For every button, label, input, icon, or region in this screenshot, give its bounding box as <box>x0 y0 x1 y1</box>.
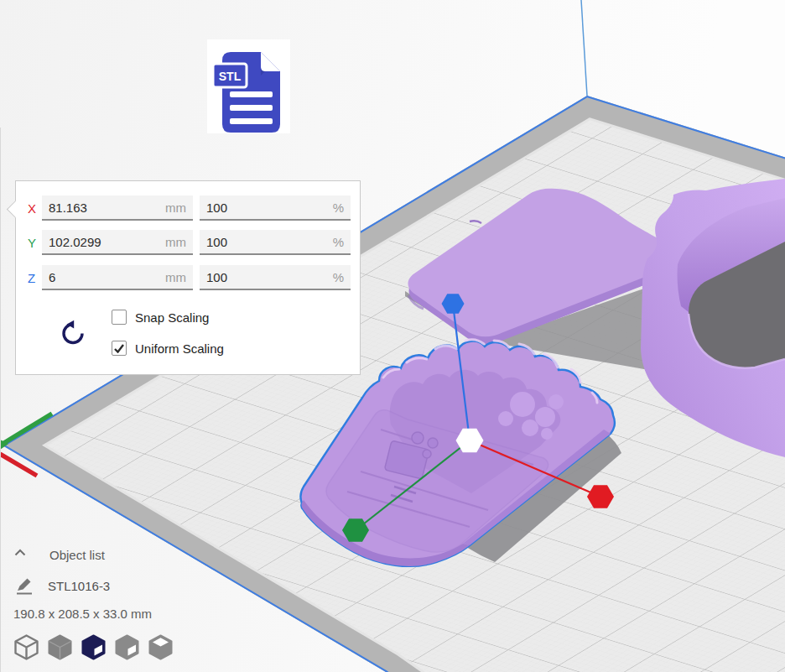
scale-z-percent-input[interactable]: 100 % <box>200 265 351 290</box>
scale-z-percent-value: 100 <box>206 270 227 284</box>
view-solid-cube-icon[interactable] <box>47 633 73 661</box>
object-list-collapse-icon[interactable] <box>13 547 27 559</box>
scale-z-mm-input[interactable]: 6 mm <box>42 265 193 290</box>
reset-scale-button[interactable] <box>60 320 86 346</box>
view-face-right-cube-icon[interactable] <box>114 633 140 661</box>
scale-y-percent-unit: % <box>333 235 344 249</box>
file-thumbnail: STL <box>207 39 290 133</box>
scale-y-mm-input[interactable]: 102.0299 mm <box>42 230 193 255</box>
edit-pencil-icon[interactable] <box>15 577 35 596</box>
axis-label-z: Z <box>28 271 41 285</box>
snap-scaling-checkbox[interactable] <box>112 310 127 325</box>
object-dimensions: 190.8 x 208.5 x 33.0 mm <box>13 607 152 621</box>
view-mode-toolbar <box>13 633 174 661</box>
scale-y-percent-value: 100 <box>206 235 227 249</box>
axis-label-y: Y <box>28 236 41 250</box>
uniform-scaling-checkbox[interactable] <box>112 341 127 356</box>
scale-z-mm-unit: mm <box>165 270 186 284</box>
view-face-top-cube-icon[interactable] <box>148 633 174 661</box>
axis-label-x: X <box>28 201 41 216</box>
view-active-cube-icon[interactable] <box>81 633 107 661</box>
stl-file-icon: STL <box>207 39 290 133</box>
object-name[interactable]: STL1016-3 <box>48 579 110 593</box>
scale-x-percent-value: 100 <box>206 201 227 215</box>
scale-z-mm-value: 6 <box>49 270 55 284</box>
scale-y-mm-unit: mm <box>165 235 186 249</box>
scale-y-percent-input[interactable]: 100 % <box>200 230 351 255</box>
uniform-scaling-label: Uniform Scaling <box>135 341 224 356</box>
scale-x-percent-unit: % <box>333 201 344 215</box>
snap-scaling-label: Snap Scaling <box>135 310 209 325</box>
scale-y-mm-value: 102.0299 <box>49 235 101 249</box>
svg-text:STL: STL <box>219 70 242 83</box>
scale-x-mm-value: 81.163 <box>49 201 87 215</box>
scale-x-mm-input[interactable]: 81.163 mm <box>42 195 193 221</box>
build-volume-edge <box>581 0 587 96</box>
view-wireframe-cube-icon[interactable] <box>13 633 39 661</box>
viewport-left-border <box>0 128 1 672</box>
scale-tool-panel: X 81.163 mm 100 % Y 102.0299 mm 100 % Z … <box>15 180 361 375</box>
object-list-header[interactable]: Object list <box>49 548 105 562</box>
cura-3d-viewport: { "scale_panel": { "rows": [ {"axis": "X… <box>0 0 785 672</box>
scale-z-percent-unit: % <box>333 270 344 284</box>
scale-x-percent-input[interactable]: 100 % <box>200 195 351 221</box>
scale-x-mm-unit: mm <box>165 201 186 215</box>
